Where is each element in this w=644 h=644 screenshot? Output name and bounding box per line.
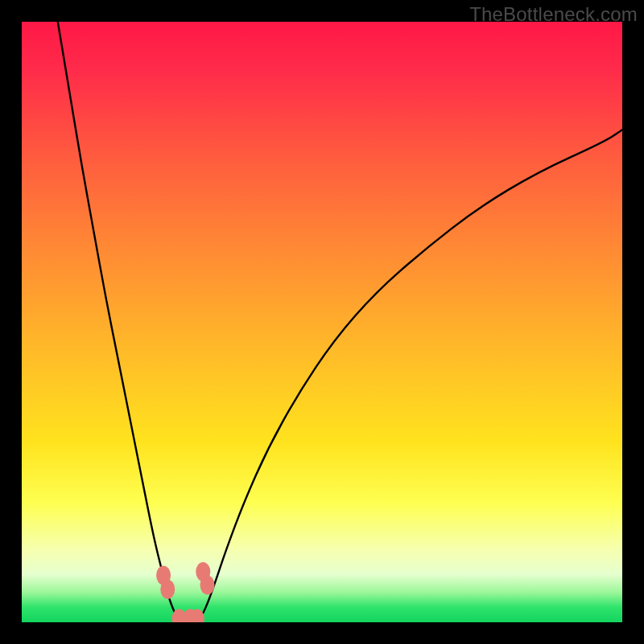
curve-svg xyxy=(22,22,622,622)
markers-group xyxy=(156,562,214,622)
pink-dot-3 xyxy=(200,576,215,595)
pink-dot-1 xyxy=(160,580,175,599)
curve-right-curve xyxy=(199,130,622,619)
curve-left-curve xyxy=(58,22,178,619)
chart-frame: TheBottleneck.com xyxy=(0,0,644,644)
chart-plot-area xyxy=(22,22,622,622)
curve-group xyxy=(58,22,622,619)
